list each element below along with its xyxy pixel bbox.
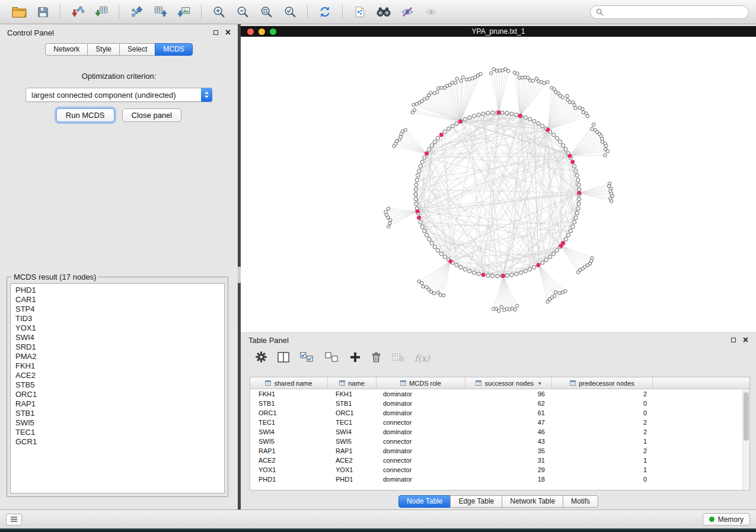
mcds-result-item[interactable]: GCR1: [11, 437, 224, 447]
mcds-result-item[interactable]: CAR1: [11, 295, 224, 305]
status-bar: Memory: [0, 509, 756, 528]
delete-column-button[interactable]: [371, 351, 381, 365]
mcds-result-item[interactable]: SRD1: [11, 342, 224, 352]
tab-node-table[interactable]: Node Table: [398, 495, 451, 508]
table-row[interactable]: ORC1ORC1dominator610: [250, 408, 742, 418]
table-cell: 61: [465, 408, 552, 418]
table-settings-button[interactable]: [256, 351, 267, 365]
import-table-button[interactable]: [90, 2, 113, 21]
scrollbar-thumb[interactable]: [744, 392, 749, 441]
checked-boxes-icon: [300, 352, 314, 363]
search-input[interactable]: [607, 8, 743, 16]
show-columns-button[interactable]: [277, 352, 289, 365]
eye-icon: [425, 5, 438, 18]
run-mcds-button[interactable]: Run MCDS: [56, 108, 114, 122]
zoom-out-button[interactable]: [231, 2, 254, 21]
mcds-result-item[interactable]: YOX1: [11, 323, 224, 333]
search-box[interactable]: [590, 5, 749, 19]
hide-selected-button[interactable]: [395, 2, 419, 21]
eye-slash-icon: [401, 5, 414, 18]
export-network-icon: [130, 5, 143, 18]
column-header-successor-nodes[interactable]: successor nodes ▾: [465, 377, 552, 389]
mcds-result-item[interactable]: TEC1: [11, 428, 224, 437]
refresh-button[interactable]: [313, 2, 337, 21]
column-header-shared-name[interactable]: shared name: [250, 377, 328, 389]
table-row[interactable]: SWI4SWI4dominator462: [250, 427, 742, 437]
mcds-result-item[interactable]: SWI5: [11, 418, 224, 428]
table-cell: dominator: [377, 408, 465, 418]
mcds-result-item[interactable]: TID3: [11, 314, 224, 323]
zoom-fit-button[interactable]: [254, 2, 278, 21]
tab-style[interactable]: Style: [87, 43, 120, 56]
mcds-result-item[interactable]: STB1: [11, 409, 224, 418]
task-history-button[interactable]: [6, 514, 22, 525]
node-table-body: FKH1FKH1dominator962STB1STB1dominator620…: [250, 389, 742, 490]
save-session-button[interactable]: [31, 2, 55, 21]
memory-button[interactable]: Memory: [703, 513, 750, 525]
tab-network[interactable]: Network: [45, 43, 88, 56]
table-row[interactable]: STB1STB1dominator620: [250, 399, 742, 408]
open-network-button[interactable]: [7, 2, 31, 21]
zoom-selected-button[interactable]: [278, 2, 302, 21]
plus-icon: [350, 352, 361, 363]
optimization-criterion-select[interactable]: largest connected component (undirected): [25, 88, 212, 102]
table-scrollbar[interactable]: [742, 389, 749, 490]
find-button[interactable]: [372, 2, 395, 21]
table-row[interactable]: ACE2ACE2connector311: [250, 456, 742, 465]
close-panel-icon[interactable]: ×: [743, 335, 748, 345]
table-row[interactable]: TEC1TEC1connector472: [250, 418, 742, 427]
table-cell: 47: [465, 418, 552, 427]
toolbar-separator: [307, 5, 308, 19]
maximize-window-icon[interactable]: [270, 28, 276, 35]
table-cell: 18: [465, 475, 552, 484]
create-column-button[interactable]: [350, 352, 361, 365]
mcds-result-item[interactable]: RAP1: [11, 399, 224, 409]
close-panel-icon[interactable]: ×: [225, 28, 231, 37]
sort-chevron-icon[interactable]: ▾: [538, 380, 541, 386]
export-image-button[interactable]: [172, 2, 196, 21]
table-cell: 1: [552, 437, 653, 446]
mcds-result-item[interactable]: PHD1: [11, 286, 224, 295]
column-header-name[interactable]: name: [328, 377, 377, 389]
zoom-in-button[interactable]: [207, 2, 231, 21]
mcds-result-item[interactable]: SWI4: [11, 333, 224, 342]
network-canvas[interactable]: [241, 37, 756, 332]
mcds-result-list[interactable]: PHD1CAR1STP4TID3YOX1SWI4SRD1PMA2FKH1ACE2…: [10, 283, 225, 493]
tab-edge-table[interactable]: Edge Table: [450, 495, 502, 508]
attribute-grid-icon: [339, 380, 345, 386]
tab-motifs[interactable]: Motifs: [563, 495, 598, 508]
table-cell: PHD1: [250, 475, 328, 484]
deselect-all-columns-button[interactable]: [325, 352, 339, 365]
float-panel-icon[interactable]: [213, 30, 218, 35]
close-window-icon[interactable]: [247, 28, 254, 35]
close-panel-button[interactable]: Close panel: [122, 108, 182, 122]
export-table-button[interactable]: [148, 2, 172, 21]
show-all-button[interactable]: [419, 2, 443, 21]
toolbar-separator: [201, 5, 202, 19]
mcds-result-item[interactable]: ORC1: [11, 390, 224, 399]
mcds-result-item[interactable]: STP4: [11, 305, 224, 314]
share-document-button[interactable]: [348, 2, 372, 21]
table-cell: FKH1: [328, 389, 377, 399]
tab-network-table[interactable]: Network Table: [502, 495, 563, 508]
mcds-result-item[interactable]: STB5: [11, 380, 224, 390]
import-network-button[interactable]: [66, 2, 90, 21]
network-graph[interactable]: [241, 37, 756, 332]
tab-mcds[interactable]: MCDS: [155, 43, 192, 56]
mcds-result-item[interactable]: FKH1: [11, 361, 224, 371]
tab-select[interactable]: Select: [119, 43, 155, 56]
mcds-result-item[interactable]: ACE2: [11, 371, 224, 380]
mcds-result-item[interactable]: PMA2: [11, 352, 224, 361]
column-header-mcds-role[interactable]: MCDS role: [377, 377, 465, 389]
table-row[interactable]: RAP1RAP1dominator352: [250, 446, 742, 456]
float-panel-icon[interactable]: [731, 338, 736, 342]
table-row[interactable]: PHD1PHD1dominator180: [250, 475, 742, 484]
table-row[interactable]: YOX1YOX1connector291: [250, 465, 742, 475]
column-header-predecessor-nodes[interactable]: predecessor nodes: [552, 377, 653, 389]
export-network-button[interactable]: [125, 2, 148, 21]
table-row[interactable]: FKH1FKH1dominator962: [250, 389, 742, 399]
table-row[interactable]: SWI5SWI5connector431: [250, 437, 742, 446]
minimize-window-icon[interactable]: [259, 28, 265, 35]
table-cell: dominator: [377, 475, 465, 484]
select-all-columns-button[interactable]: [300, 352, 314, 365]
